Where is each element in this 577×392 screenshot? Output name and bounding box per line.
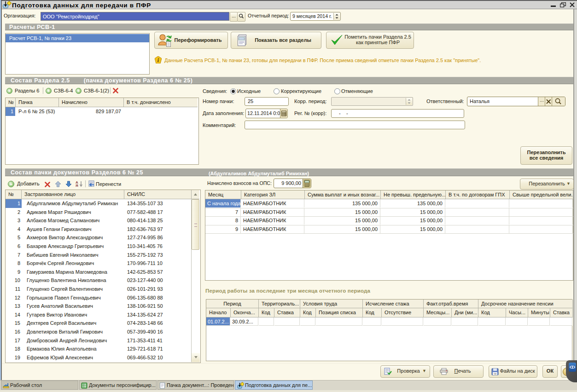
svg-text:ток: ток [494, 373, 497, 375]
